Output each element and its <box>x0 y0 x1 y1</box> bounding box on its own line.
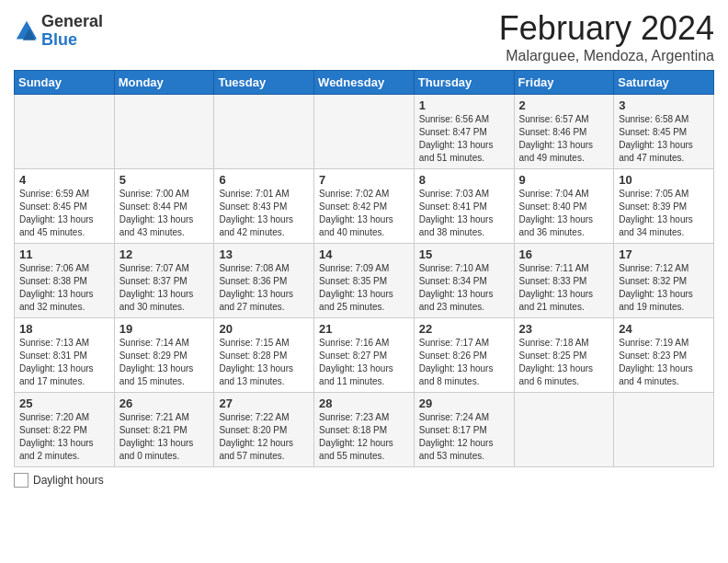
day-cell: 28Sunrise: 7:23 AM Sunset: 8:18 PM Dayli… <box>314 393 415 467</box>
day-cell <box>614 393 714 467</box>
day-cell: 18Sunrise: 7:13 AM Sunset: 8:31 PM Dayli… <box>15 318 115 393</box>
day-info: Sunrise: 7:23 AM Sunset: 8:18 PM Dayligh… <box>319 411 409 463</box>
header-cell-monday: Monday <box>114 71 214 95</box>
day-info: Sunrise: 7:07 AM Sunset: 8:37 PM Dayligh… <box>119 262 210 314</box>
day-cell: 26Sunrise: 7:21 AM Sunset: 8:21 PM Dayli… <box>114 393 214 467</box>
day-number: 21 <box>319 322 409 336</box>
day-number: 15 <box>419 247 509 261</box>
day-cell: 10Sunrise: 7:05 AM Sunset: 8:39 PM Dayli… <box>614 169 714 244</box>
calendar-title: February 2024 <box>499 9 714 48</box>
day-info: Sunrise: 6:59 AM Sunset: 8:45 PM Dayligh… <box>19 188 109 239</box>
day-info: Sunrise: 7:04 AM Sunset: 8:40 PM Dayligh… <box>519 188 609 239</box>
day-info: Sunrise: 7:12 AM Sunset: 8:32 PM Dayligh… <box>619 262 709 314</box>
day-number: 19 <box>119 322 210 336</box>
day-cell: 27Sunrise: 7:22 AM Sunset: 8:20 PM Dayli… <box>214 393 314 467</box>
week-row-4: 25Sunrise: 7:20 AM Sunset: 8:22 PM Dayli… <box>15 393 714 467</box>
day-number: 26 <box>119 396 210 410</box>
day-info: Sunrise: 7:05 AM Sunset: 8:39 PM Dayligh… <box>619 188 709 239</box>
day-cell: 5Sunrise: 7:00 AM Sunset: 8:44 PM Daylig… <box>114 169 214 244</box>
day-number: 1 <box>419 98 509 112</box>
calendar-subtitle: Malarguee, Mendoza, Argentina <box>499 48 714 64</box>
day-number: 8 <box>419 173 509 187</box>
day-cell: 12Sunrise: 7:07 AM Sunset: 8:37 PM Dayli… <box>114 244 214 318</box>
day-number: 2 <box>519 98 609 112</box>
day-cell: 1Sunrise: 6:56 AM Sunset: 8:47 PM Daylig… <box>414 95 514 169</box>
day-cell <box>114 95 214 169</box>
day-cell: 14Sunrise: 7:09 AM Sunset: 8:35 PM Dayli… <box>314 244 415 318</box>
day-info: Sunrise: 7:15 AM Sunset: 8:28 PM Dayligh… <box>219 337 309 388</box>
day-cell: 6Sunrise: 7:01 AM Sunset: 8:43 PM Daylig… <box>214 169 314 244</box>
header: General Blue February 2024 Malarguee, Me… <box>14 9 714 64</box>
logo-general: General <box>41 13 103 31</box>
day-info: Sunrise: 7:13 AM Sunset: 8:31 PM Dayligh… <box>19 337 109 388</box>
day-cell <box>15 95 115 169</box>
day-number: 20 <box>219 322 309 336</box>
day-number: 18 <box>19 322 109 336</box>
day-number: 22 <box>419 322 509 336</box>
day-cell: 22Sunrise: 7:17 AM Sunset: 8:26 PM Dayli… <box>414 318 514 393</box>
calendar-table: SundayMondayTuesdayWednesdayThursdayFrid… <box>14 70 714 467</box>
day-number: 25 <box>19 396 109 410</box>
day-number: 29 <box>419 396 509 410</box>
day-number: 5 <box>119 173 210 187</box>
week-row-1: 4Sunrise: 6:59 AM Sunset: 8:45 PM Daylig… <box>15 169 714 244</box>
day-number: 7 <box>319 173 409 187</box>
day-number: 23 <box>519 322 609 336</box>
day-info: Sunrise: 6:56 AM Sunset: 8:47 PM Dayligh… <box>419 113 509 165</box>
day-info: Sunrise: 7:00 AM Sunset: 8:44 PM Dayligh… <box>119 188 210 239</box>
day-info: Sunrise: 7:06 AM Sunset: 8:38 PM Dayligh… <box>19 262 109 314</box>
day-number: 13 <box>219 247 309 261</box>
header-cell-wednesday: Wednesday <box>314 71 415 95</box>
day-number: 28 <box>319 396 409 410</box>
header-cell-saturday: Saturday <box>614 71 714 95</box>
day-info: Sunrise: 7:01 AM Sunset: 8:43 PM Dayligh… <box>219 188 309 239</box>
day-cell: 24Sunrise: 7:19 AM Sunset: 8:23 PM Dayli… <box>614 318 714 393</box>
day-number: 3 <box>619 98 709 112</box>
day-info: Sunrise: 7:24 AM Sunset: 8:17 PM Dayligh… <box>419 411 509 463</box>
header-cell-friday: Friday <box>514 71 614 95</box>
week-row-2: 11Sunrise: 7:06 AM Sunset: 8:38 PM Dayli… <box>15 244 714 318</box>
day-cell: 7Sunrise: 7:02 AM Sunset: 8:42 PM Daylig… <box>314 169 415 244</box>
day-cell: 17Sunrise: 7:12 AM Sunset: 8:32 PM Dayli… <box>614 244 714 318</box>
day-cell <box>314 95 415 169</box>
day-cell: 15Sunrise: 7:10 AM Sunset: 8:34 PM Dayli… <box>414 244 514 318</box>
day-cell: 8Sunrise: 7:03 AM Sunset: 8:41 PM Daylig… <box>414 169 514 244</box>
day-cell: 9Sunrise: 7:04 AM Sunset: 8:40 PM Daylig… <box>514 169 614 244</box>
day-number: 11 <box>19 247 109 261</box>
day-cell: 2Sunrise: 6:57 AM Sunset: 8:46 PM Daylig… <box>514 95 614 169</box>
day-cell: 16Sunrise: 7:11 AM Sunset: 8:33 PM Dayli… <box>514 244 614 318</box>
day-number: 27 <box>219 396 309 410</box>
day-info: Sunrise: 7:11 AM Sunset: 8:33 PM Dayligh… <box>519 262 609 314</box>
day-cell <box>514 393 614 467</box>
logo-text: General Blue <box>41 13 103 50</box>
day-info: Sunrise: 7:16 AM Sunset: 8:27 PM Dayligh… <box>319 337 409 388</box>
day-info: Sunrise: 7:09 AM Sunset: 8:35 PM Dayligh… <box>319 262 409 314</box>
day-cell: 20Sunrise: 7:15 AM Sunset: 8:28 PM Dayli… <box>214 318 314 393</box>
day-info: Sunrise: 7:14 AM Sunset: 8:29 PM Dayligh… <box>119 337 210 388</box>
header-cell-thursday: Thursday <box>414 71 514 95</box>
day-number: 9 <box>519 173 609 187</box>
logo-icon <box>14 18 40 44</box>
day-number: 4 <box>19 173 109 187</box>
day-info: Sunrise: 7:19 AM Sunset: 8:23 PM Dayligh… <box>619 337 709 388</box>
header-cell-sunday: Sunday <box>15 71 115 95</box>
day-cell: 11Sunrise: 7:06 AM Sunset: 8:38 PM Dayli… <box>15 244 115 318</box>
day-number: 10 <box>619 173 709 187</box>
day-info: Sunrise: 6:57 AM Sunset: 8:46 PM Dayligh… <box>519 113 609 165</box>
day-info: Sunrise: 6:58 AM Sunset: 8:45 PM Dayligh… <box>619 113 709 165</box>
day-cell: 29Sunrise: 7:24 AM Sunset: 8:17 PM Dayli… <box>414 393 514 467</box>
logo-blue: Blue <box>41 31 103 50</box>
day-cell: 19Sunrise: 7:14 AM Sunset: 8:29 PM Dayli… <box>114 318 214 393</box>
day-info: Sunrise: 7:22 AM Sunset: 8:20 PM Dayligh… <box>219 411 309 463</box>
legend-label: Daylight hours <box>33 474 104 487</box>
calendar-header: SundayMondayTuesdayWednesdayThursdayFrid… <box>15 71 714 95</box>
day-cell: 23Sunrise: 7:18 AM Sunset: 8:25 PM Dayli… <box>514 318 614 393</box>
day-cell: 21Sunrise: 7:16 AM Sunset: 8:27 PM Dayli… <box>314 318 415 393</box>
day-number: 24 <box>619 322 709 336</box>
page: General Blue February 2024 Malarguee, Me… <box>0 0 728 563</box>
day-cell: 4Sunrise: 6:59 AM Sunset: 8:45 PM Daylig… <box>15 169 115 244</box>
logo: General Blue <box>14 13 103 50</box>
day-cell: 25Sunrise: 7:20 AM Sunset: 8:22 PM Dayli… <box>15 393 115 467</box>
week-row-3: 18Sunrise: 7:13 AM Sunset: 8:31 PM Dayli… <box>15 318 714 393</box>
day-info: Sunrise: 7:17 AM Sunset: 8:26 PM Dayligh… <box>419 337 509 388</box>
